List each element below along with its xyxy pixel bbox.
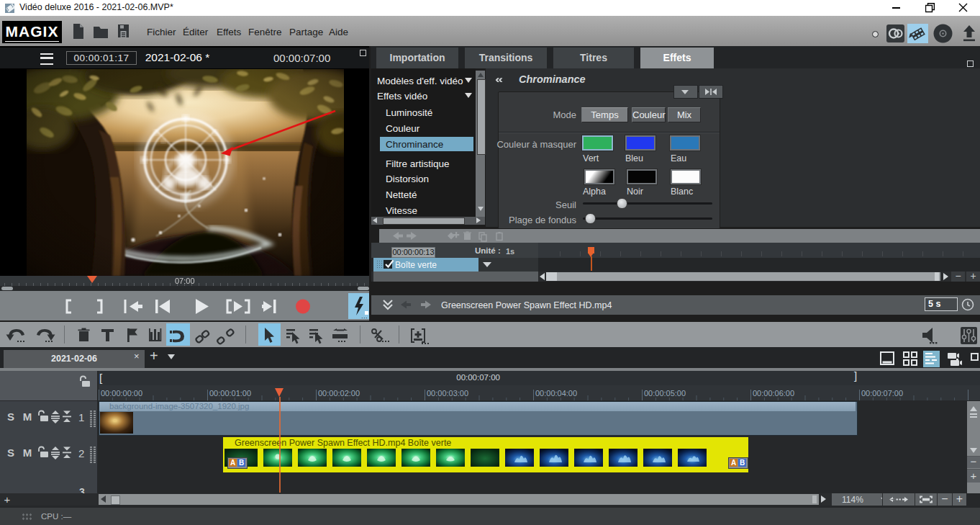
svg-text:1: 1 — [78, 411, 84, 423]
svg-text:2: 2 — [78, 447, 84, 459]
